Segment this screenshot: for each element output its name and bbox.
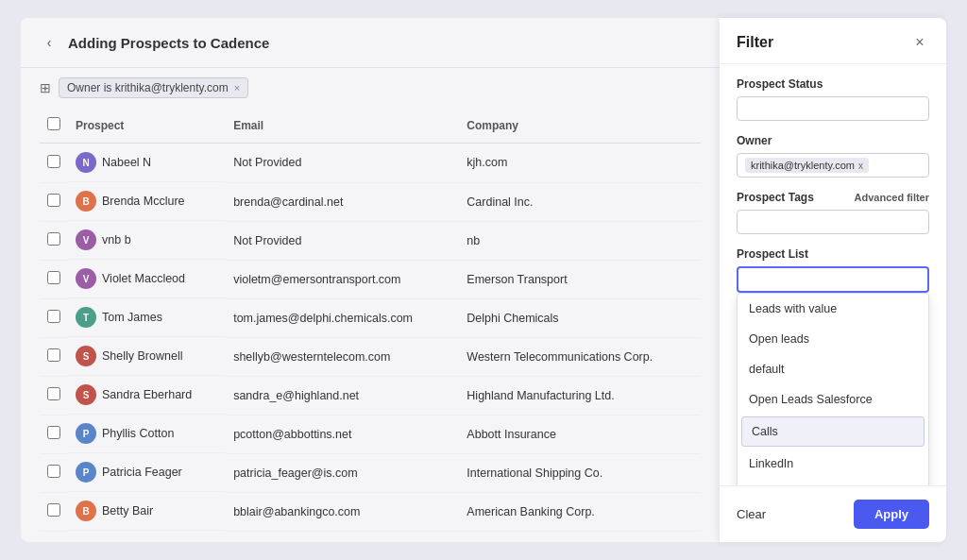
prospect-tags-input[interactable] bbox=[737, 210, 929, 234]
prospect-list-input[interactable] bbox=[737, 266, 929, 293]
col-header-prospect: Prospect bbox=[68, 108, 226, 144]
prospect-cell: T Tom James bbox=[68, 298, 226, 337]
prospect-list-dropdown-wrapper: Leads with valueOpen leadsdefaultOpen Le… bbox=[737, 266, 929, 293]
prospect-name: Patricia Feager bbox=[102, 466, 182, 479]
company-cell: International Shipping Co. bbox=[459, 453, 701, 492]
prospect-name: vnb b bbox=[102, 233, 131, 246]
row-select-checkbox[interactable] bbox=[47, 271, 60, 284]
owner-label: Owner bbox=[737, 134, 929, 147]
prospect-name: Tom James bbox=[102, 311, 162, 324]
filter-tag-label: Owner is krithika@tryklenty.com bbox=[67, 81, 229, 94]
col-header-email: Email bbox=[226, 108, 459, 144]
email-cell: pcotton@abbottins.net bbox=[226, 415, 459, 453]
dropdown-item-emails[interactable]: Emails bbox=[738, 479, 928, 485]
prospects-table-container: Prospect Email Company N Nabeel N Not Pr… bbox=[21, 108, 720, 542]
prospect-name: Sandra Eberhard bbox=[102, 388, 192, 401]
company-cell: kjh.com bbox=[459, 144, 701, 183]
company-cell: Cardinal Inc. bbox=[459, 182, 701, 221]
row-select-checkbox[interactable] bbox=[47, 426, 60, 439]
table-row: V Violet Maccleod violetm@emersontranspo… bbox=[40, 260, 701, 298]
avatar: P bbox=[76, 462, 96, 483]
prospect-cell: P Patricia Feager bbox=[68, 453, 226, 492]
email-cell: patricia_feager@is.com bbox=[226, 453, 459, 492]
table-row: V vnb b Not Provided nb bbox=[40, 221, 701, 260]
prospect-name: Nabeel N bbox=[102, 156, 151, 169]
row-checkbox-cell bbox=[40, 298, 68, 337]
row-select-checkbox[interactable] bbox=[47, 155, 60, 168]
dropdown-item-linkedin[interactable]: LinkedIn bbox=[738, 449, 928, 479]
dropdown-item-open-leads-salesforce[interactable]: Open Leads Salesforce bbox=[738, 384, 928, 415]
row-select-checkbox[interactable] bbox=[47, 503, 60, 517]
owner-tag-value: krithika@tryklenty.com bbox=[751, 160, 855, 171]
remove-owner-tag-button[interactable]: x bbox=[858, 161, 863, 171]
prospect-name: Brenda Mcclure bbox=[102, 195, 185, 208]
owner-section: Owner krithika@tryklenty.com x bbox=[737, 134, 929, 178]
owner-filter-tag: Owner is krithika@tryklenty.com × bbox=[59, 77, 248, 98]
dropdown-item-open-leads[interactable]: Open leads bbox=[738, 324, 928, 354]
prospects-table: Prospect Email Company N Nabeel N Not Pr… bbox=[40, 108, 701, 532]
avatar: T bbox=[76, 307, 96, 328]
company-cell: Abbott Insurance bbox=[459, 415, 701, 453]
prospect-list-section: Prospect List Leads with valueOpen leads… bbox=[737, 247, 929, 293]
dropdown-item-leads-with-value[interactable]: Leads with value bbox=[738, 294, 928, 324]
owner-tag: krithika@tryklenty.com x bbox=[745, 158, 869, 173]
avatar: V bbox=[76, 268, 96, 289]
table-row: P Patricia Feager patricia_feager@is.com… bbox=[40, 453, 701, 492]
active-filters-bar: ⊞ Owner is krithika@tryklenty.com × bbox=[21, 68, 720, 108]
row-select-checkbox[interactable] bbox=[47, 194, 60, 207]
prospect-cell: P Phyllis Cotton bbox=[68, 415, 226, 453]
avatar: P bbox=[76, 423, 96, 444]
row-select-checkbox[interactable] bbox=[47, 348, 60, 362]
row-checkbox-cell bbox=[40, 337, 68, 376]
prospect-cell: V vnb b bbox=[68, 221, 226, 260]
owner-tag-container: krithika@tryklenty.com x bbox=[737, 153, 929, 178]
prospect-cell: B Betty Bair bbox=[68, 492, 226, 531]
prospect-tags-label: Prospect Tags Advanced filter bbox=[737, 191, 929, 204]
avatar: V bbox=[76, 229, 96, 250]
table-row: N Nabeel N Not Provided kjh.com bbox=[40, 144, 701, 183]
clear-filter-button[interactable]: Clear bbox=[737, 507, 766, 521]
table-row: B Brenda Mcclure brenda@cardinal.net Car… bbox=[40, 182, 701, 221]
avatar: S bbox=[76, 346, 96, 366]
avatar: S bbox=[76, 384, 96, 405]
prospect-cell: V Violet Maccleod bbox=[68, 260, 226, 298]
email-cell: Not Provided bbox=[226, 221, 459, 260]
prospect-name: Violet Maccleod bbox=[102, 272, 185, 285]
company-cell: Emerson Transport bbox=[459, 260, 701, 298]
company-cell: Western Telecommunications Corp. bbox=[459, 337, 701, 376]
filter-panel-header: Filter × bbox=[720, 18, 946, 64]
company-cell: American Banking Corp. bbox=[459, 492, 701, 531]
row-select-checkbox[interactable] bbox=[47, 465, 60, 478]
table-row: P Phyllis Cotton pcotton@abbottins.net A… bbox=[40, 415, 701, 453]
prospect-cell: N Nabeel N bbox=[68, 144, 226, 182]
dropdown-item-default[interactable]: default bbox=[738, 354, 928, 384]
row-checkbox-cell bbox=[40, 415, 68, 453]
dropdown-item-calls[interactable]: Calls bbox=[741, 416, 925, 447]
prospect-name: Betty Bair bbox=[102, 504, 153, 518]
company-cell: nb bbox=[459, 221, 701, 260]
filter-body: Prospect Status Owner krithika@tryklenty… bbox=[720, 64, 946, 485]
avatar: B bbox=[76, 501, 96, 521]
back-button[interactable]: ‹ bbox=[40, 33, 59, 52]
remove-filter-tag-button[interactable]: × bbox=[234, 82, 240, 93]
row-checkbox-cell bbox=[40, 221, 68, 260]
advanced-filter-link[interactable]: Advanced filter bbox=[855, 192, 929, 203]
prospect-status-input[interactable] bbox=[737, 96, 929, 121]
select-all-checkbox[interactable] bbox=[47, 117, 60, 130]
prospect-cell: B Brenda Mcclure bbox=[68, 182, 226, 221]
row-select-checkbox[interactable] bbox=[47, 387, 60, 400]
prospect-list-dropdown: Leads with valueOpen leadsdefaultOpen Le… bbox=[737, 293, 929, 485]
main-content: ‹ Adding Prospects to Cadence ⊞ Owner is… bbox=[21, 18, 720, 542]
prospect-name: Phyllis Cotton bbox=[102, 427, 174, 440]
row-checkbox-cell bbox=[40, 492, 68, 531]
close-filter-button[interactable]: × bbox=[910, 33, 929, 52]
filter-panel-title: Filter bbox=[737, 34, 773, 51]
prospect-name: Shelly Brownell bbox=[102, 349, 182, 363]
apply-filter-button[interactable]: Apply bbox=[854, 500, 929, 529]
row-select-checkbox[interactable] bbox=[47, 310, 60, 323]
prospect-status-section: Prospect Status bbox=[737, 77, 929, 121]
email-cell: sandra_e@highland.net bbox=[226, 376, 459, 415]
filter-footer: Clear Apply bbox=[720, 485, 946, 542]
avatar: B bbox=[76, 191, 96, 212]
row-select-checkbox[interactable] bbox=[47, 232, 60, 246]
